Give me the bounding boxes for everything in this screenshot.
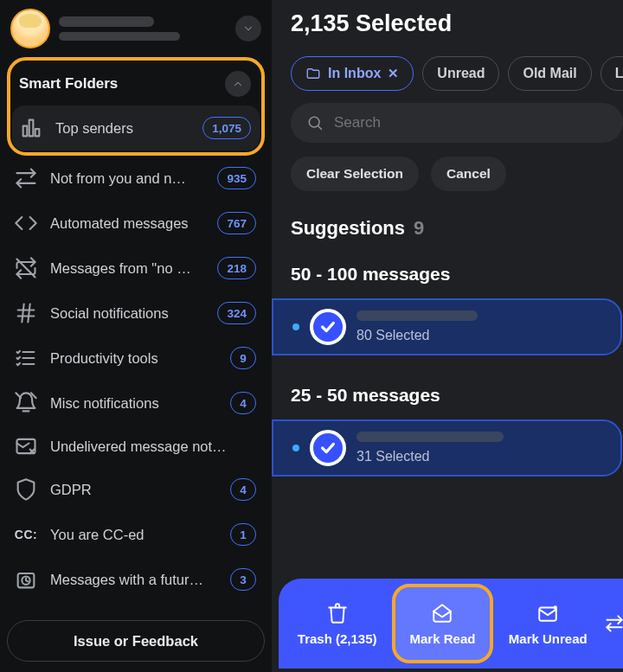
sidebar-item-top-senders[interactable]: Top senders 1,075 [12, 106, 260, 150]
mark-unread-button[interactable]: Mark Unread [498, 584, 598, 663]
account-chevron-down-icon[interactable] [235, 16, 261, 42]
group-header: 50 - 100 messages [291, 264, 623, 285]
count-badge: 324 [217, 302, 256, 324]
sidebar-item-productivity[interactable]: Productivity tools 9 [7, 336, 265, 381]
inbox-x-icon [14, 437, 38, 456]
cancel-button[interactable]: Cancel [431, 157, 506, 191]
sidebar-item-gdpr[interactable]: GDPR 4 [7, 467, 265, 512]
selection-card[interactable]: 80 Selected [272, 298, 622, 355]
sidebar-item-label: GDPR [50, 482, 218, 498]
selected-count: 80 Selected [356, 328, 478, 343]
svg-line-9 [28, 304, 29, 323]
selection-actions: Clear Selection Cancel [291, 157, 623, 191]
account-row[interactable] [7, 3, 265, 55]
account-placeholder [59, 16, 227, 41]
svg-rect-1 [29, 120, 34, 137]
cc-icon: CC: [14, 525, 38, 544]
sidebar-item-label: Social notifications [50, 305, 205, 322]
checkmark-icon[interactable] [310, 309, 346, 345]
sidebar-item-undelivered[interactable]: Undelivered message not… [7, 426, 265, 467]
sidebar-item-misc[interactable]: Misc notifications 4 [7, 381, 265, 426]
mail-icon [536, 602, 559, 624]
sidebar-item-future[interactable]: Messages with a futur… 3 [7, 557, 265, 602]
chevron-up-icon[interactable] [225, 71, 251, 97]
close-icon[interactable]: ✕ [388, 66, 399, 81]
sidebar-item-label: Messages from "no … [50, 260, 205, 277]
mail-open-icon [431, 602, 453, 624]
sidebar-item-label: Top senders [55, 120, 190, 137]
chip-old-mail[interactable]: Old Mail [508, 56, 591, 91]
list-check-icon [14, 349, 38, 368]
chip-unread[interactable]: Unread [422, 56, 499, 91]
unread-dot-icon [292, 323, 299, 330]
count-badge: 4 [230, 392, 256, 414]
clear-selection-button[interactable]: Clear Selection [291, 157, 419, 191]
search-bar[interactable] [291, 103, 623, 143]
chip-label: Old Mail [523, 66, 576, 81]
svg-rect-2 [35, 129, 40, 136]
trash-button[interactable]: Trash (2,135) [287, 584, 387, 663]
sidebar: Smart Folders Top senders 1,075 Not from… [0, 0, 272, 672]
smart-folders-header[interactable]: Smart Folders [12, 66, 260, 106]
svg-line-22 [318, 126, 322, 130]
shield-icon [14, 480, 38, 499]
chip-in-inbox[interactable]: In Inbox ✕ [291, 56, 414, 91]
count-badge: 1,075 [202, 117, 251, 139]
code-icon [14, 214, 38, 233]
button-label: Trash (2,135) [298, 631, 377, 646]
svg-point-24 [554, 605, 557, 609]
count-badge: 767 [217, 212, 256, 234]
search-input[interactable] [334, 114, 607, 131]
sidebar-item-social[interactable]: Social notifications 324 [7, 291, 265, 336]
hash-icon [14, 304, 38, 323]
svg-rect-0 [23, 126, 28, 137]
sender-placeholder [356, 432, 504, 442]
sidebar-item-label: Misc notifications [50, 395, 218, 412]
sidebar-item-no-reply[interactable]: Messages from "no … 218 [7, 246, 265, 291]
sidebar-item-cc[interactable]: CC: You are CC-ed 1 [7, 512, 265, 557]
sidebar-item-label: Automated messages [50, 215, 205, 232]
count-badge: 935 [217, 167, 256, 189]
bar-chart-icon [19, 118, 43, 138]
suggestions-count: 9 [414, 217, 424, 240]
sidebar-item-automated[interactable]: Automated messages 767 [7, 201, 265, 246]
search-icon [306, 114, 324, 131]
smart-folders-highlight: Smart Folders Top senders 1,075 [7, 57, 265, 156]
group-header: 25 - 50 messages [291, 385, 623, 406]
button-label: Mark Unread [509, 631, 588, 646]
more-actions-button[interactable] [603, 584, 623, 663]
suggestions-header: Suggestions 9 [291, 217, 623, 240]
bell-off-icon [14, 394, 38, 413]
chip-label: In Inbox [328, 66, 381, 81]
page-title: 2,135 Selected [291, 3, 623, 56]
sidebar-item-label: Messages with a futur… [50, 572, 218, 588]
feedback-label: Issue or Feedback [74, 633, 198, 650]
filter-chips: In Inbox ✕ Unread Old Mail La [291, 56, 623, 91]
svg-line-8 [22, 304, 23, 323]
mark-read-button[interactable]: Mark Read [392, 584, 492, 663]
count-badge: 4 [230, 478, 256, 501]
avatar [10, 9, 50, 48]
trash-icon [326, 602, 349, 624]
count-badge: 1 [230, 523, 256, 546]
chip-more[interactable]: La [601, 56, 623, 91]
checkmark-icon[interactable] [310, 430, 346, 466]
selection-card[interactable]: 31 Selected [272, 419, 622, 477]
bulk-action-toolbar: Trash (2,135) Mark Read Mark Unread [279, 579, 623, 669]
count-badge: 218 [217, 257, 256, 279]
chip-label: Unread [437, 66, 485, 81]
clock-icon [14, 570, 38, 589]
repeat-off-icon [14, 259, 38, 278]
feedback-button[interactable]: Issue or Feedback [7, 620, 265, 662]
unread-dot-icon [292, 445, 299, 451]
double-arrow-icon [14, 169, 38, 188]
sidebar-item-not-from-you[interactable]: Not from you and n… 935 [7, 156, 265, 201]
count-badge: 3 [230, 568, 256, 591]
more-icon [603, 612, 623, 635]
suggestions-label: Suggestions [291, 217, 405, 240]
sidebar-item-label: You are CC-ed [50, 527, 218, 543]
selected-count: 31 Selected [356, 449, 504, 464]
main-panel: 2,135 Selected In Inbox ✕ Unread Old Mai… [272, 0, 623, 672]
sender-placeholder [356, 310, 478, 321]
sidebar-item-label: Undelivered message not… [50, 438, 256, 455]
